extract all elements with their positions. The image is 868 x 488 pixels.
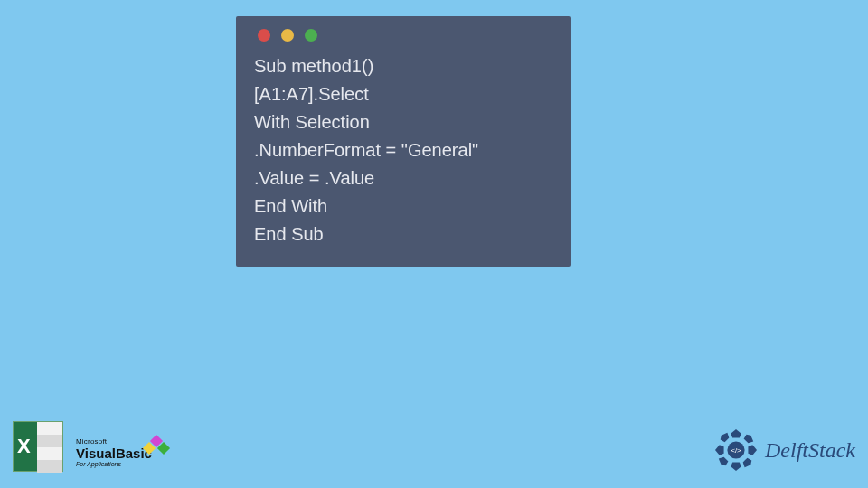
excel-letter: X	[17, 435, 39, 460]
delftstack-label: DelftStack	[765, 438, 855, 463]
maximize-icon[interactable]	[305, 29, 317, 42]
code-block: Sub method1() [A1:A7].Select With Select…	[254, 52, 552, 249]
svg-text:</>: </>	[731, 446, 741, 455]
delftstack-emblem-icon: </>	[714, 428, 758, 472]
svg-marker-5	[743, 458, 752, 468]
svg-marker-4	[744, 435, 754, 444]
svg-marker-6	[719, 457, 729, 466]
vb-cubes-icon	[143, 436, 168, 456]
vb-edition-label: For Applications	[76, 461, 165, 468]
visual-basic-logo: Microsoft VisualBasic For Applications	[71, 435, 170, 472]
titlebar	[254, 29, 552, 42]
close-icon[interactable]	[258, 29, 270, 42]
footer: X Microsoft VisualBasic For Applications	[13, 421, 855, 472]
svg-marker-2	[731, 462, 741, 471]
excel-icon: X	[13, 421, 63, 472]
svg-marker-7	[721, 433, 730, 443]
svg-marker-3	[715, 445, 724, 455]
svg-marker-1	[748, 445, 757, 455]
delftstack-logo: </> DelftStack	[714, 428, 855, 472]
minimize-icon[interactable]	[281, 29, 294, 42]
excel-vb-group: X Microsoft VisualBasic For Applications	[13, 421, 170, 472]
code-window: Sub method1() [A1:A7].Select With Select…	[236, 16, 571, 267]
svg-marker-0	[731, 429, 741, 438]
